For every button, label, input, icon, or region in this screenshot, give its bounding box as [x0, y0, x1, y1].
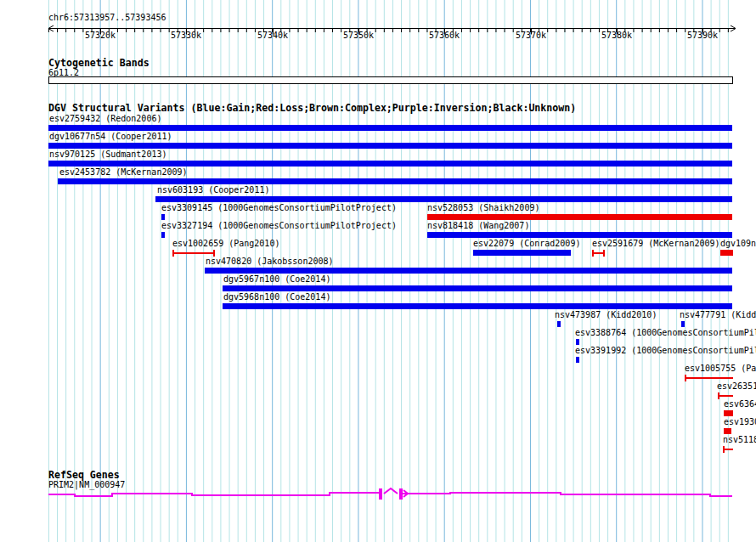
variant-label[interactable]: esv1002659 (Pang2010)	[172, 239, 279, 248]
ibeam-cap	[172, 250, 174, 257]
variant-label[interactable]: esv3309145 (1000GenomesConsortiumPilotPr…	[161, 203, 397, 212]
ruler-tick-label: 57320k	[82, 31, 119, 40]
variant-label[interactable]: nsv818418 (Wang2007)	[427, 221, 529, 230]
variant-bar[interactable]	[473, 250, 571, 256]
variant-label[interactable]: dgv5968n100 (Coe2014)	[223, 292, 330, 302]
variant-label[interactable]: nsv528053 (Shaikh2009)	[427, 203, 539, 212]
variant-label[interactable]: esv1930	[724, 417, 756, 426]
ibeam-line	[718, 395, 733, 397]
ruler-tick-label: 57380k	[598, 31, 635, 40]
variant-label[interactable]: nsv470820 (Jakobsson2008)	[206, 257, 334, 266]
ibeam-cap	[718, 392, 719, 399]
gene-label[interactable]: PRIM2|NM_000947	[48, 480, 125, 489]
ibeam-cap	[592, 250, 594, 257]
variant-label[interactable]: esv2591679 (McKernan2009)	[592, 239, 720, 248]
variant-bar[interactable]	[48, 143, 732, 149]
cytoband-label[interactable]: 6p11.2	[48, 68, 79, 77]
section-header-dgv-variants: DGV Structural Variants (Blue:Gain;Red:L…	[48, 103, 576, 114]
variant-bar[interactable]	[155, 196, 732, 202]
text-layer: chr6:57313957..57393456 57320k57330k5734…	[0, 0, 756, 542]
variant-ibeam[interactable]	[685, 375, 733, 381]
variant-label[interactable]: esv6364	[724, 399, 756, 409]
variant-ibeam[interactable]	[723, 446, 733, 453]
variant-bar[interactable]	[427, 214, 732, 220]
variant-label[interactable]: nsv970125 (Sudmant2013)	[49, 150, 166, 159]
variant-ibeam[interactable]	[172, 250, 215, 257]
variant-label[interactable]: dgv5967n100 (Coe2014)	[223, 274, 330, 284]
variant-label[interactable]: esv26351	[717, 381, 756, 391]
variant-label[interactable]: esv2453782 (McKernan2009)	[59, 167, 188, 177]
variant-label[interactable]: dgv10677n54 (Cooper2011)	[49, 132, 172, 141]
variant-bar[interactable]	[223, 303, 732, 309]
variant-bar[interactable]	[48, 125, 732, 131]
ruler-tick-label: 57370k	[512, 31, 550, 40]
ibeam-cap	[723, 446, 725, 453]
ruler-tick-label: 57360k	[426, 31, 463, 40]
variant-bar[interactable]	[720, 250, 733, 256]
variant-bar[interactable]	[223, 285, 732, 291]
variant-point-tick[interactable]	[161, 232, 165, 238]
variant-point-tick[interactable]	[681, 321, 685, 327]
ibeam-line	[685, 377, 733, 379]
variant-bar[interactable]	[724, 410, 733, 416]
variant-label[interactable]: esv22079 (Conrad2009)	[473, 239, 580, 248]
variant-ibeam[interactable]	[718, 392, 733, 399]
variant-label[interactable]: esv3388764 (1000GenomesConsortiumPil	[575, 328, 756, 337]
variant-point-tick[interactable]	[576, 357, 579, 363]
ruler-tick-label: 57330k	[167, 31, 205, 40]
variant-ibeam[interactable]	[592, 250, 605, 257]
variant-point-tick[interactable]	[161, 214, 165, 220]
ibeam-cap	[603, 250, 605, 257]
variant-label[interactable]: dgv109n	[720, 239, 756, 248]
variant-label[interactable]: esv3327194 (1000GenomesConsortiumPilotPr…	[161, 221, 397, 230]
variant-bar[interactable]	[205, 268, 732, 274]
variant-label[interactable]: nsv603193 (Cooper2011)	[157, 185, 269, 195]
variant-bar[interactable]	[427, 232, 732, 238]
variant-label[interactable]: esv2759432 (Redon2006)	[49, 114, 161, 123]
variant-label[interactable]: esv1005755 (Pa	[685, 364, 756, 373]
variant-label[interactable]: nsv5118	[723, 435, 756, 444]
ibeam-cap	[213, 250, 215, 257]
variant-bar[interactable]	[48, 161, 732, 167]
variant-label[interactable]: esv3391992 (1000GenomesConsortiumPil	[575, 346, 756, 355]
genome-browser-panel: chr6:57313957..57393456 57320k57330k5734…	[0, 0, 756, 542]
ibeam-line	[172, 252, 215, 254]
variant-label[interactable]: nsv477791 (Kidd	[680, 310, 756, 319]
region-coordinates: chr6:57313957..57393456	[48, 13, 166, 22]
variant-label[interactable]: nsv473987 (Kidd2010)	[555, 310, 657, 319]
ibeam-cap	[685, 375, 686, 381]
ruler-tick-label: 57340k	[254, 31, 291, 40]
ruler-tick-label: 57390k	[684, 31, 721, 40]
ruler-tick-label: 57350k	[340, 31, 377, 40]
variant-point-tick[interactable]	[576, 339, 579, 345]
variant-bar[interactable]	[724, 428, 731, 434]
variant-point-tick[interactable]	[557, 321, 561, 327]
variant-bar[interactable]	[58, 178, 732, 184]
